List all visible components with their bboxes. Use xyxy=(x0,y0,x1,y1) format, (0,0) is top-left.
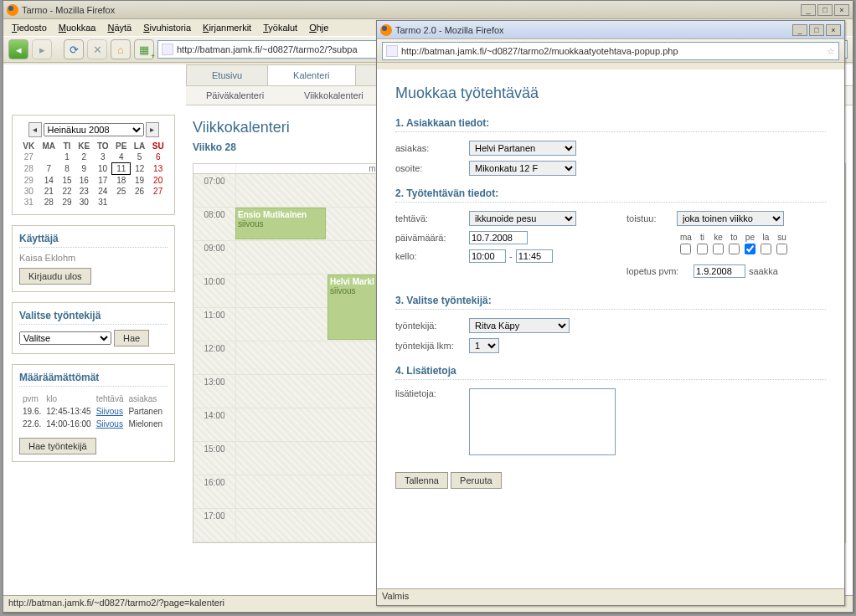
reload-button[interactable]: ⟳ xyxy=(64,39,84,59)
menu-näytä[interactable]: Näytä xyxy=(102,21,137,34)
popup-content: Muokkaa työtehtävää 1. Asiakkaan tiedot:… xyxy=(377,69,844,588)
worker-search-button[interactable]: Hae xyxy=(114,330,149,346)
task-link[interactable]: Siivous xyxy=(96,407,123,416)
tab-etusivu[interactable]: Etusivu xyxy=(186,64,268,85)
left-column: ◂ Heinäkuu 2008 ▸ VKMATIKETOPELASU271234… xyxy=(12,115,175,472)
day-check-ma[interactable] xyxy=(680,244,691,254)
popup-status-bar: Valmis xyxy=(377,588,844,605)
section-customer: 1. Asiakkaan tiedot: xyxy=(395,117,826,132)
popup-url-input[interactable]: http://batman.jamk.fi/~d0827/tarmo2/muok… xyxy=(382,42,839,60)
user-name: Kaisa Eklohm xyxy=(19,253,168,263)
appointment[interactable]: Ensio Mutikainensiivous xyxy=(235,208,326,239)
day-check-la[interactable] xyxy=(761,244,771,254)
menu-muokkaa[interactable]: Muokkaa xyxy=(54,21,101,34)
label-tehtava: tehtävä: xyxy=(395,213,469,223)
main-title: Tarmo - Mozilla Firefox xyxy=(22,5,115,15)
popup-minimize-button[interactable]: _ xyxy=(792,24,807,36)
label-toistuu: toistuu: xyxy=(627,213,677,223)
cal-prev-button[interactable]: ◂ xyxy=(28,122,42,137)
user-panel-title: Käyttäjä xyxy=(19,233,168,248)
lkm-select[interactable]: 1 xyxy=(469,338,499,353)
user-panel: Käyttäjä Kaisa Eklohm Kirjaudu ulos xyxy=(12,225,175,292)
undetermined-panel: Määräämättömät pvmklotehtäväasiakas19.6.… xyxy=(12,364,175,462)
asiakas-select[interactable]: Helvi Partanen xyxy=(469,141,576,156)
label-lisatietoja: lisätietoja: xyxy=(395,388,469,398)
label-kello: kello: xyxy=(395,251,469,261)
popup-close-button[interactable]: × xyxy=(826,24,841,36)
cal-month-select[interactable]: Heinäkuu 2008 xyxy=(44,123,144,136)
page-icon xyxy=(386,45,398,57)
firefox-icon xyxy=(7,4,18,16)
popup-title: Tarmo 2.0 - Mozilla Firefox xyxy=(395,25,504,35)
paivamaara-input[interactable] xyxy=(469,231,528,244)
back-button[interactable]: ◂ xyxy=(8,39,28,59)
day-check-ke[interactable] xyxy=(713,244,724,254)
url-text: http://batman.jamk.fi/~d0827/tarmo2/?sub… xyxy=(177,44,358,54)
menu-työkalut[interactable]: Työkalut xyxy=(258,21,302,34)
popup-heading: Muokkaa työtehtävää xyxy=(395,85,826,102)
mini-calendar[interactable]: VKMATIKETOPELASU271234562878910111213291… xyxy=(19,141,168,208)
worker-select[interactable]: Valitse xyxy=(19,331,111,345)
tehtava-select[interactable]: ikkunoide pesu xyxy=(469,211,576,226)
kello-from-input[interactable] xyxy=(469,249,506,263)
toistuu-select[interactable]: joka toinen viikko xyxy=(677,211,784,226)
cal-next-button[interactable]: ▸ xyxy=(146,122,159,137)
section-task: 2. Työtehtävän tiedot: xyxy=(395,187,826,203)
subtab-päiväkalenteri[interactable]: Päiväkalenteri xyxy=(186,86,284,105)
popup-status-text: Valmis xyxy=(382,591,409,601)
osoite-select[interactable]: Mikonkatu 12 F xyxy=(469,161,576,176)
section-worker: 3. Valitse työntekijä: xyxy=(395,295,826,310)
recurrence-days: matiketopelasu xyxy=(677,231,791,258)
mini-calendar-panel: ◂ Heinäkuu 2008 ▸ VKMATIKETOPELASU271234… xyxy=(12,115,175,215)
menu-ohje[interactable]: Ohje xyxy=(304,21,333,34)
label-saakka: saakka xyxy=(749,266,778,276)
worker-panel-title: Valitse työntekijä xyxy=(19,310,168,325)
label-lkm: työntekijä lkm: xyxy=(395,341,469,351)
day-check-to[interactable] xyxy=(729,244,740,254)
kello-to-input[interactable] xyxy=(516,249,553,263)
minimize-button[interactable]: _ xyxy=(801,4,816,16)
undetermined-title: Määräämättömät xyxy=(19,372,168,387)
subtab-viikkokalenteri[interactable]: Viikkokalenteri xyxy=(284,86,384,105)
lisatietoja-textarea[interactable] xyxy=(469,388,616,455)
maximize-button[interactable]: □ xyxy=(817,4,833,16)
tab-kalenteri[interactable]: Kalenteri xyxy=(267,64,355,85)
section-extra: 4. Lisätietoja xyxy=(395,365,826,380)
worker-panel: Valitse työntekijä Valitse Hae xyxy=(12,302,175,354)
logout-button[interactable]: Kirjaudu ulos xyxy=(19,268,91,285)
status-text: http://batman.jamk.fi/~d0827/tarmo2/?pag… xyxy=(8,598,224,608)
home-button[interactable]: ⌂ xyxy=(111,39,131,59)
star-icon[interactable]: ☆ xyxy=(827,46,835,57)
day-check-su[interactable] xyxy=(776,244,787,254)
stop-button[interactable]: ✕ xyxy=(87,39,107,59)
day-check-ti[interactable] xyxy=(697,244,708,254)
page-icon xyxy=(162,44,173,55)
undetermined-table: pvmklotehtäväasiakas19.6.12:45-13:45Siiv… xyxy=(19,392,166,431)
label-paivamaara: päivämäärä: xyxy=(395,233,469,243)
tyontekija-select[interactable]: Ritva Käpy xyxy=(469,318,570,333)
save-button[interactable]: Tallenna xyxy=(395,472,448,489)
popup-url-text: http://batman.jamk.fi/~d0827/tarmo2/muok… xyxy=(401,46,678,56)
popup-titlebar: Tarmo 2.0 - Mozilla Firefox _ □ × xyxy=(377,21,844,39)
add-button[interactable]: ▦+ xyxy=(134,39,154,59)
label-tyontekija: työntekijä: xyxy=(395,321,469,331)
main-titlebar: Tarmo - Mozilla Firefox _ □ × xyxy=(3,1,853,19)
cancel-button[interactable]: Peruuta xyxy=(451,472,502,489)
lopetus-input[interactable] xyxy=(694,264,745,278)
task-link[interactable]: Siivous xyxy=(96,419,123,429)
label-lopetus: lopetus pvm: xyxy=(627,266,694,276)
label-osoite: osoite: xyxy=(395,163,469,173)
menu-kirjanmerkit[interactable]: Kirjanmerkit xyxy=(198,21,256,34)
close-button[interactable]: × xyxy=(834,4,849,16)
popup-window: Tarmo 2.0 - Mozilla Firefox _ □ × http:/… xyxy=(376,20,845,606)
menu-tiedosto[interactable]: Tiedosto xyxy=(7,21,52,34)
find-worker-button[interactable]: Hae työntekijä xyxy=(19,438,96,454)
day-check-pe[interactable] xyxy=(745,244,755,254)
firefox-icon xyxy=(380,24,392,36)
popup-toolbar: http://batman.jamk.fi/~d0827/tarmo2/muok… xyxy=(377,39,844,63)
forward-button[interactable]: ▸ xyxy=(32,39,52,59)
popup-maximize-button[interactable]: □ xyxy=(809,24,824,36)
menu-sivuhistoria[interactable]: Sivuhistoria xyxy=(138,21,196,34)
label-asiakas: asiakas: xyxy=(395,143,469,153)
